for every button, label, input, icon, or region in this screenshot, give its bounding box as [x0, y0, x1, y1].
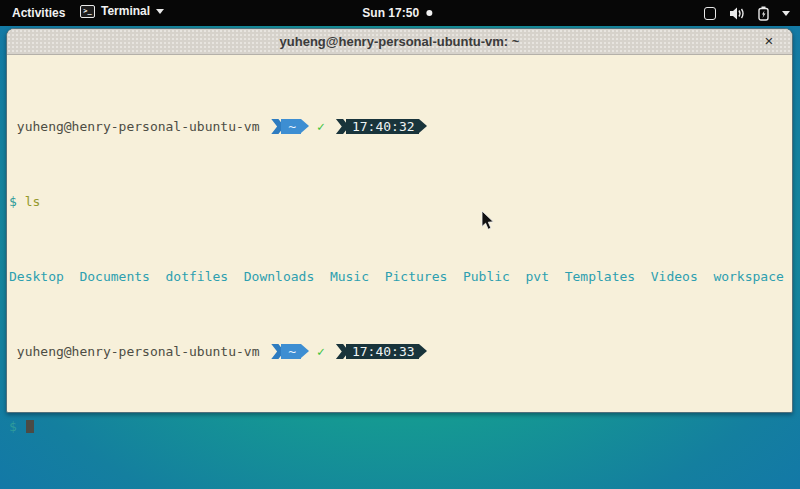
directory-name: Pictures [385, 269, 448, 284]
chevron-down-icon [156, 9, 164, 14]
directory-name: workspace [713, 269, 783, 284]
directory-name: Desktop [9, 269, 64, 284]
check-icon: ✓ [317, 119, 325, 134]
window-title: yuheng@henry-personal-ubuntu-vm: ~ [280, 34, 520, 49]
notification-dot-icon [426, 10, 432, 16]
app-menu-label: Terminal [101, 4, 150, 18]
prompt-time-segment: 17:40:32 [346, 119, 419, 134]
prompt-symbol: $ [9, 194, 17, 209]
check-icon: ✓ [317, 344, 325, 359]
close-icon[interactable]: × [760, 32, 778, 50]
chevron-down-icon [782, 11, 790, 16]
directory-name: Public [463, 269, 510, 284]
prompt-path-segment: ~ [281, 119, 301, 134]
text-cursor [26, 420, 34, 433]
ls-output-line: Desktop Documents dotfiles Downloads Mus… [9, 269, 790, 284]
prompt-time-segment: 17:40:33 [346, 344, 419, 359]
directory-name: Videos [651, 269, 698, 284]
directory-name: Downloads [244, 269, 314, 284]
volume-icon [729, 7, 745, 20]
prompt-line: yuheng@henry-personal-ubuntu-vm ~ ✓ 17:4… [9, 344, 790, 359]
terminal-content[interactable]: yuheng@henry-personal-ubuntu-vm ~ ✓ 17:4… [7, 55, 792, 479]
clock-area[interactable]: Sun 17:50 [362, 6, 432, 20]
window-titlebar[interactable]: yuheng@henry-personal-ubuntu-vm: ~ × [7, 29, 792, 55]
terminal-icon: >_ [80, 5, 95, 18]
prompt-path-segment: ~ [281, 344, 301, 359]
prompt-line: yuheng@henry-personal-ubuntu-vm ~ ✓ 17:4… [9, 119, 790, 134]
screen: Activities >_ Terminal Sun 17:50 [0, 0, 800, 489]
directory-name: dotfiles [166, 269, 229, 284]
app-menu[interactable]: >_ Terminal [80, 4, 164, 18]
input-line[interactable]: $ [9, 419, 790, 434]
battery-charging-icon [758, 6, 769, 21]
directory-name: pvt [526, 269, 549, 284]
mouse-pointer-icon [481, 211, 495, 231]
command-line: $ ls [9, 194, 790, 209]
powerline-prompt: ~ ✓ 17:40:33 [267, 344, 418, 359]
powerline-prompt: ~ ✓ 17:40:32 [267, 119, 418, 134]
top-bar: Activities >_ Terminal Sun 17:50 [0, 0, 800, 26]
command-text: ls [25, 194, 41, 209]
prompt-symbol: $ [9, 419, 17, 434]
prompt-user: yuheng@henry-personal-ubuntu-vm [9, 344, 267, 359]
system-status-area[interactable] [704, 4, 790, 22]
prompt-user: yuheng@henry-personal-ubuntu-vm [9, 119, 267, 134]
display-icon [704, 7, 716, 20]
directory-name: Documents [79, 269, 149, 284]
terminal-window: yuheng@henry-personal-ubuntu-vm: ~ × yuh… [6, 28, 793, 413]
directory-name: Music [330, 269, 369, 284]
directory-name: Templates [565, 269, 635, 284]
clock-label: Sun 17:50 [362, 6, 419, 20]
activities-button[interactable]: Activities [12, 6, 65, 20]
